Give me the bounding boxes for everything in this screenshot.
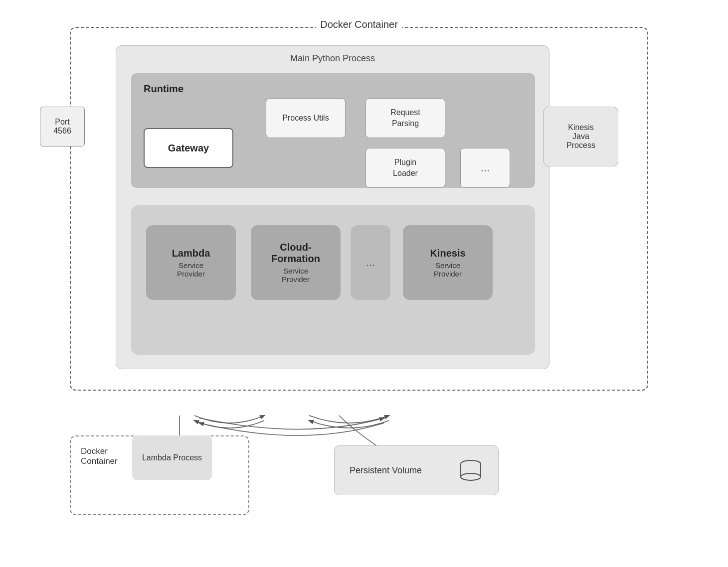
plugin-loader-box: PluginLoader: [365, 148, 445, 188]
kinesis-java-box: KinesisJavaProcess: [544, 107, 618, 166]
lambda-process-label: Lambda Process: [142, 453, 202, 462]
svg-rect-8: [461, 464, 481, 477]
lambda-name: Lambda: [172, 248, 210, 259]
cloudformation-box: Cloud-Formation ServiceProvider: [251, 225, 341, 300]
plugin-loader-label: PluginLoader: [393, 157, 418, 179]
port-box: Port4566: [40, 107, 85, 146]
runtime-ellipsis: ...: [481, 161, 490, 174]
providers-ellipsis: ...: [366, 256, 375, 269]
gateway-label: Gateway: [168, 142, 209, 154]
persistent-volume-label: Persistent Volume: [350, 465, 422, 476]
persistent-volume-box: Persistent Volume: [334, 445, 499, 495]
main-python-process: Main Python Process Runtime Gateway Proc…: [116, 45, 549, 369]
lambda-process-box: Lambda Process: [132, 435, 212, 480]
runtime-box: Runtime Gateway Process Utils RequestPar…: [131, 73, 535, 188]
cloudformation-sub: ServiceProvider: [282, 267, 310, 284]
database-icon: [458, 458, 483, 483]
gateway-box: Gateway: [144, 128, 233, 168]
main-python-label: Main Python Process: [290, 53, 375, 64]
runtime-ellipsis-box: ...: [460, 148, 510, 188]
diagram-root: Docker Container Main Python Process Run…: [40, 22, 688, 545]
providers-ellipsis-box: ...: [351, 225, 390, 300]
docker-bottom-left-label: DockerContainer: [81, 446, 118, 466]
docker-outer-label: Docker Container: [316, 19, 402, 30]
process-utils-box: Process Utils: [266, 98, 346, 138]
kinesis-name: Kinesis: [430, 248, 465, 259]
providers-area: Lambda ServiceProvider Cloud-Formation S…: [131, 205, 535, 355]
cloudformation-name: Cloud-Formation: [271, 242, 320, 265]
runtime-label: Runtime: [144, 83, 183, 95]
port-label: Port4566: [53, 118, 71, 136]
lambda-box: Lambda ServiceProvider: [146, 225, 236, 300]
request-parsing-box: RequestParsing: [365, 98, 445, 138]
kinesis-java-label: KinesisJavaProcess: [566, 123, 595, 150]
docker-outer-container: Docker Container Main Python Process Run…: [70, 27, 648, 391]
process-utils-label: Process Utils: [282, 113, 329, 124]
lambda-sub: ServiceProvider: [177, 261, 205, 278]
request-parsing-label: RequestParsing: [390, 107, 420, 130]
kinesis-box: Kinesis ServiceProvider: [403, 225, 493, 300]
kinesis-sub: ServiceProvider: [434, 261, 462, 278]
